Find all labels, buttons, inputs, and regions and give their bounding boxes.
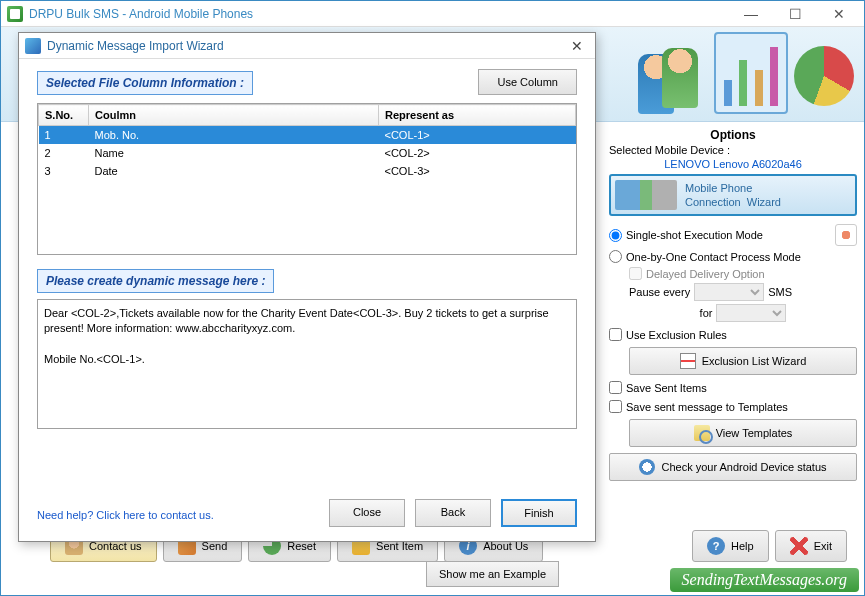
exit-icon [790,537,808,555]
cell-sno: 2 [39,144,89,162]
cell-rep: <COL-1> [379,126,576,145]
dialog-back-btn[interactable]: Back [415,499,491,527]
pie-icon [794,46,854,106]
cell-rep: <COL-2> [379,144,576,162]
use-column-button[interactable]: Use Column [478,69,577,95]
maximize-button[interactable]: ☐ [782,4,808,24]
check-status-label: Check your Android Device status [661,461,826,473]
cell-sno: 3 [39,162,89,180]
for-label: for [700,307,713,319]
save-template-label: Save sent message to Templates [626,401,788,413]
view-templates-label: View Templates [716,427,793,439]
exit-button[interactable]: Exit [775,530,847,562]
save-sent-checkbox[interactable] [609,381,622,394]
options-panel: Options Selected Mobile Device : LENOVO … [609,128,857,487]
cell-col: Mob. No. [89,126,379,145]
table-row[interactable]: 3 Date <COL-3> [39,162,576,180]
main-titlebar: DRPU Bulk SMS - Android Mobile Phones — … [1,1,864,27]
pause-every-select [694,283,764,301]
exit-label: Exit [814,540,832,552]
device-name: LENOVO Lenovo A6020a46 [609,158,857,170]
dialog-icon [25,38,41,54]
dialog-titlebar: Dynamic Message Import Wizard ✕ [19,33,595,59]
mode-config-icon[interactable] [835,224,857,246]
help-button[interactable]: ?Help [692,530,769,562]
col-column[interactable]: Coulmn [89,105,379,126]
use-exclusion-checkbox[interactable] [609,328,622,341]
dialog-finish-btn[interactable]: Finish [501,499,577,527]
one-by-one-label: One-by-One Contact Process Mode [626,251,801,263]
app-icon [7,6,23,22]
chart-icon [714,32,788,114]
cell-sno: 1 [39,126,89,145]
watermark: SendingTextMessages.org [670,568,859,592]
close-button[interactable]: ✕ [826,4,852,24]
col-sno[interactable]: S.No. [39,105,89,126]
view-templates-button[interactable]: View Templates [629,419,857,447]
save-sent-label: Save Sent Items [626,382,707,394]
templates-icon [694,425,710,441]
message-textarea[interactable] [37,299,577,429]
pause-every-label: Pause every [629,286,690,298]
dialog-title: Dynamic Message Import Wizard [47,39,565,53]
col-represent[interactable]: Represent as [379,105,576,126]
help-label: Help [731,540,754,552]
one-by-one-radio[interactable] [609,250,622,263]
exclusion-btn-label: Exclusion List Wizard [702,355,807,367]
dialog-close-btn[interactable]: Close [329,499,405,527]
check-device-status-button[interactable]: Check your Android Device status [609,453,857,481]
connection-wizard-button[interactable]: Mobile PhoneConnection Wizard [609,174,857,216]
cell-rep: <COL-3> [379,162,576,180]
section-create-message: Please create dynamic message here : [37,269,274,293]
columns-table: S.No. Coulmn Represent as 1 Mob. No. <CO… [37,103,577,255]
minimize-button[interactable]: — [738,4,764,24]
cell-col: Date [89,162,379,180]
exclusion-icon [680,353,696,369]
dialog-close-button[interactable]: ✕ [565,36,589,56]
selected-device-label: Selected Mobile Device : [609,144,857,156]
cell-col: Name [89,144,379,162]
save-template-checkbox[interactable] [609,400,622,413]
exclusion-list-wizard-button[interactable]: Exclusion List Wizard [629,347,857,375]
header-illustration [638,32,854,114]
use-exclusion-label: Use Exclusion Rules [626,329,727,341]
connection-wizard-label: Mobile PhoneConnection Wizard [685,181,781,210]
help-link[interactable]: Need help? Click here to contact us. [37,509,214,521]
delayed-delivery-checkbox [629,267,642,280]
table-row[interactable]: 2 Name <COL-2> [39,144,576,162]
delayed-delivery-label: Delayed Delivery Option [646,268,765,280]
import-wizard-dialog: Dynamic Message Import Wizard ✕ Selected… [18,32,596,542]
people-icon [638,38,708,114]
single-shot-label: Single-shot Execution Mode [626,229,763,241]
show-example-button[interactable]: Show me an Example [426,561,559,587]
gear-icon [639,459,655,475]
main-title: DRPU Bulk SMS - Android Mobile Phones [29,7,738,21]
sms-label: SMS [768,286,792,298]
options-title: Options [609,128,857,142]
section-file-columns: Selected File Column Information : [37,71,253,95]
for-select [716,304,786,322]
table-row[interactable]: 1 Mob. No. <COL-1> [39,126,576,145]
help-icon: ? [707,537,725,555]
connection-icon [615,180,677,210]
bottom-toolbar-right: ?Help Exit [692,530,847,562]
single-shot-radio[interactable] [609,229,622,242]
